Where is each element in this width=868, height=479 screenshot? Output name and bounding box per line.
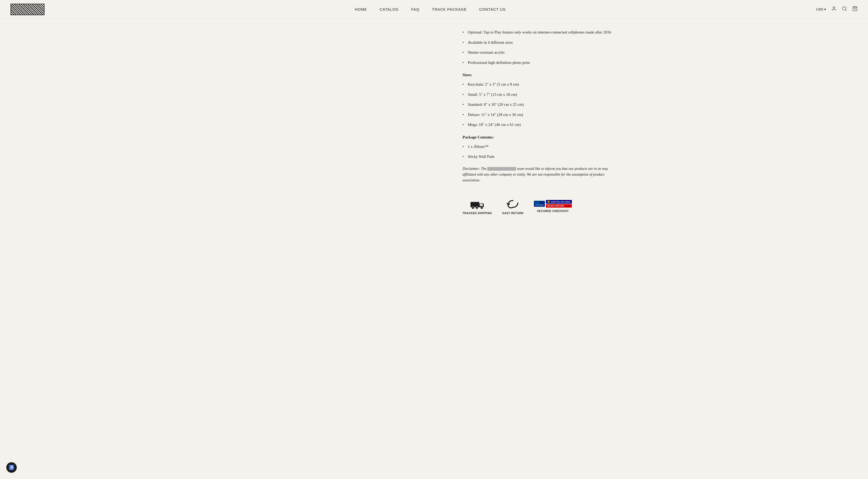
chevron-down-icon: ▾	[824, 7, 826, 11]
size-item: Small: 5" x 7" (13 cm x 18 cm)	[463, 92, 615, 98]
feature-item: Available in 4 different sizes	[463, 39, 615, 45]
svg-point-1	[843, 7, 846, 10]
svg-point-6	[472, 206, 474, 209]
norton-box: N NORTON SECURED	[546, 200, 572, 204]
security-badge-group: PayPal VERIFIED N NORTON SECURED McAfee …	[534, 200, 572, 207]
navbar-actions: USD ▾	[816, 6, 858, 12]
nav-link-contact-us[interactable]: CONTACT US	[479, 7, 506, 11]
nav-link-catalog[interactable]: CATALOG	[380, 7, 399, 11]
nav-link-home[interactable]: HOME	[355, 7, 367, 11]
package-item: 1 x Álbum™	[463, 144, 615, 150]
trust-badge-return: EASY RETURN	[502, 198, 523, 215]
return-label: EASY RETURN	[502, 212, 523, 215]
paypal-box: PayPal VERIFIED	[534, 201, 545, 207]
package-item: Sticky Wall Pads	[463, 154, 615, 160]
truck-icon	[470, 198, 485, 210]
trust-badge-checkout: PayPal VERIFIED N NORTON SECURED McAfee …	[534, 200, 572, 213]
size-item: Deluxe: 11" x 14" (28 cm x 36 cm)	[463, 112, 615, 118]
account-icon[interactable]	[831, 6, 837, 12]
navbar: HOME CATALOG FAQ TRACK PACKAGE CONTACT U…	[0, 0, 868, 19]
nav-link-track-package[interactable]: TRACK PACKAGE	[432, 7, 467, 11]
svg-rect-3	[470, 202, 479, 207]
feature-item: Professional high definition photo print	[463, 60, 615, 66]
feature-item: Optional: Tap to Play feature only works…	[463, 29, 615, 35]
sizes-list: Keychain: 2" x 3" (5 cm x 8 cm) Small: 5…	[463, 82, 615, 128]
product-images	[253, 29, 452, 215]
trust-badge-shipping: TRACKED SHIPPING	[463, 198, 492, 215]
product-details: Optional: Tap to Play feature only works…	[452, 29, 615, 215]
package-list: 1 x Álbum™ Sticky Wall Pads	[463, 144, 615, 160]
paypal-badge: PayPal VERIFIED N NORTON SECURED McAfee …	[534, 200, 572, 207]
size-item: Keychain: 2" x 3" (5 cm x 8 cm)	[463, 82, 615, 88]
sizes-header: Sizes:	[463, 73, 615, 77]
cart-icon[interactable]	[852, 6, 858, 12]
page-content: Optional: Tap to Play feature only works…	[243, 19, 625, 230]
product-description: Optional: Tap to Play feature only works…	[463, 29, 615, 215]
size-item: Standard: 8" x 10" (20 cm x 25 cm)	[463, 101, 615, 107]
brand-logo[interactable]	[10, 4, 44, 15]
package-header: Package Contains:	[463, 135, 615, 139]
search-icon[interactable]	[842, 6, 847, 12]
accessibility-button[interactable]: ♿	[6, 462, 17, 473]
return-icon	[507, 198, 519, 210]
mcafee-box: McAfee SECURE	[546, 204, 572, 207]
size-item: Mega: 18" x 24" (46 cm x 61 cm)	[463, 122, 615, 128]
nav-links: HOME CATALOG FAQ TRACK PACKAGE CONTACT U…	[44, 7, 816, 12]
currency-selector[interactable]: USD ▾	[816, 7, 826, 11]
feature-item: Shatter-resistant acrylic	[463, 50, 615, 56]
svg-rect-5	[480, 204, 483, 206]
svg-point-8	[480, 206, 483, 209]
svg-text:N: N	[548, 201, 549, 203]
accessibility-icon: ♿	[9, 465, 14, 470]
features-list: Optional: Tap to Play feature only works…	[463, 29, 615, 65]
shipping-label: TRACKED SHIPPING	[463, 212, 492, 215]
redacted-brand	[487, 167, 516, 171]
nav-link-faq[interactable]: FAQ	[411, 7, 419, 11]
disclaimer-text: Disclaimer: The team would like to infor…	[463, 166, 615, 184]
checkout-label: SECURED CHECKOUT	[537, 210, 569, 213]
trust-badges: TRACKED SHIPPING EASY RETURN	[463, 193, 615, 215]
svg-point-7	[475, 206, 478, 209]
svg-point-0	[833, 7, 835, 9]
